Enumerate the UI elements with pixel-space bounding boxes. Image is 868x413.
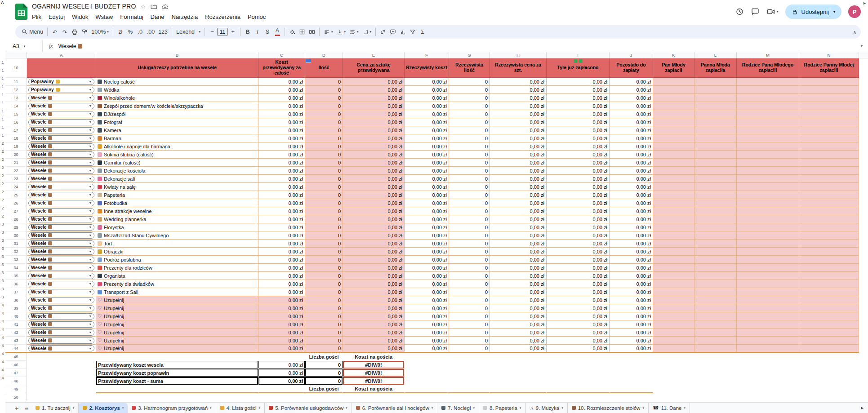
cell-N29[interactable] — [799, 223, 859, 231]
cell-C28[interactable]: 0,00 zł — [258, 215, 305, 223]
cell-K15[interactable] — [653, 110, 694, 118]
cell-D17[interactable]: 0 — [305, 126, 343, 134]
cell-B12[interactable]: Wódka — [96, 86, 258, 94]
cell-E23[interactable]: 0,00 zł — [343, 175, 405, 183]
cell-F16[interactable]: 0,00 zł — [405, 118, 449, 126]
category-dropdown[interactable]: Wesele▼ — [28, 127, 94, 133]
cell-B19[interactable]: Alkohole i napoje dla barmana — [96, 142, 258, 151]
sheet-tab-7[interactable]: 7. Noclegi▾ — [437, 403, 479, 413]
row-header-32[interactable]: 32 — [5, 248, 27, 256]
cell-L15[interactable] — [694, 110, 737, 118]
cell-H26[interactable]: 0,00 zł — [490, 199, 547, 207]
undo-button[interactable]: ↶ — [50, 27, 60, 37]
cell-L16[interactable] — [694, 118, 737, 126]
cell-I17[interactable]: 0,00 zł — [547, 126, 610, 134]
cell-H27[interactable]: 0,00 zł — [490, 207, 547, 215]
cell-J13[interactable]: 0,00 zł — [610, 94, 653, 102]
move-folder-icon[interactable] — [150, 3, 157, 10]
cell-F47[interactable] — [405, 369, 449, 377]
cell-N47[interactable] — [799, 369, 859, 377]
cell-E11[interactable]: 0,00 zł — [343, 78, 405, 86]
category-dropdown[interactable]: Wesele▼ — [28, 265, 94, 271]
cell-M33[interactable] — [737, 256, 799, 264]
row-header-40[interactable]: 40 — [5, 312, 27, 320]
cell-J11[interactable]: 0,00 zł — [610, 78, 653, 86]
row-header-20[interactable]: 20 — [5, 151, 27, 159]
redo-button[interactable]: ↷ — [60, 27, 70, 37]
cell-F44[interactable]: 0,00 zł — [405, 345, 449, 353]
cell-M47[interactable] — [737, 369, 799, 377]
cell-C21[interactable]: 0,00 zł — [258, 159, 305, 167]
cell-J50[interactable] — [610, 393, 653, 401]
cell-H15[interactable]: 0,00 zł — [490, 110, 547, 118]
text-color-button[interactable]: A — [272, 27, 282, 37]
cell-E22[interactable]: 0,00 zł — [343, 167, 405, 175]
row-header-37[interactable]: 37 — [5, 288, 27, 296]
cell-K13[interactable] — [653, 94, 694, 102]
cell-E12[interactable]: 0,00 zł — [343, 86, 405, 94]
cell-B22[interactable]: Dekoracje kościoła — [96, 167, 258, 175]
cell-N31[interactable] — [799, 240, 859, 248]
cell-I18[interactable]: 0,00 zł — [547, 134, 610, 142]
cell-C16[interactable]: 0,00 zł — [258, 118, 305, 126]
font-size-input[interactable]: 11 — [217, 28, 228, 36]
menu-item-5[interactable]: Dane — [147, 13, 168, 21]
strikethrough-button[interactable]: S — [263, 27, 272, 37]
cell-H25[interactable]: 0,00 zł — [490, 191, 547, 199]
cell-L27[interactable] — [694, 207, 737, 215]
category-dropdown[interactable]: Wesele▼ — [28, 103, 94, 109]
cell-H35[interactable]: 0,00 zł — [490, 272, 547, 280]
cell-L37[interactable] — [694, 288, 737, 296]
cell-B44[interactable]: ♡Uzupełnij — [96, 345, 258, 353]
row-header-25[interactable]: 25 — [5, 191, 27, 199]
cell-B26[interactable]: Fotobudka — [96, 199, 258, 207]
cell-N14[interactable] — [799, 102, 859, 110]
cell-N45[interactable] — [799, 353, 859, 361]
cell-D11[interactable]: 0 — [305, 78, 343, 86]
cell-F19[interactable]: 0,00 zł — [405, 142, 449, 151]
cell-C41[interactable]: 0,00 zł — [258, 320, 305, 329]
cell-L13[interactable] — [694, 94, 737, 102]
cell-E30[interactable]: 0,00 zł — [343, 231, 405, 240]
category-dropdown[interactable]: Wesele▼ — [28, 313, 94, 320]
cell-N40[interactable] — [799, 312, 859, 320]
category-dropdown[interactable]: Wesele▼ — [28, 216, 94, 222]
cell-E41[interactable]: 0,00 zł — [343, 320, 405, 329]
cell-I46[interactable] — [547, 361, 610, 369]
cell-H44[interactable]: 0,00 zł — [490, 345, 547, 353]
cell-J45[interactable] — [610, 353, 653, 361]
cell-I49[interactable] — [547, 385, 610, 393]
all-sheets-button[interactable]: ≡ — [22, 404, 31, 412]
cell-F18[interactable]: 0,00 zł — [405, 134, 449, 142]
cell-K12[interactable] — [653, 86, 694, 94]
name-box-dropdown-icon[interactable]: ▾ — [24, 44, 26, 48]
cell-L50[interactable] — [694, 393, 737, 401]
cell-C45[interactable] — [258, 353, 305, 361]
cell-L34[interactable] — [694, 264, 737, 272]
cell-G23[interactable]: 0 — [449, 175, 490, 183]
cell-B14[interactable]: Zespół przed domem/w kościele/skrzypaczk… — [96, 102, 258, 110]
cell-J35[interactable]: 0,00 zł — [610, 272, 653, 280]
row-header-17[interactable]: 17 — [5, 126, 27, 134]
cell-N49[interactable] — [799, 385, 859, 393]
cell-C32[interactable]: 0,00 zł — [258, 248, 305, 256]
cell-C40[interactable]: 0,00 zł — [258, 312, 305, 320]
cell-I36[interactable]: 0,00 zł — [547, 280, 610, 288]
cell-N26[interactable] — [799, 199, 859, 207]
cell-K30[interactable] — [653, 231, 694, 240]
cell-E33[interactable]: 0,00 zł — [343, 256, 405, 264]
cell-C30[interactable]: 0,00 zł — [258, 231, 305, 240]
row-header-15[interactable]: 15 — [5, 110, 27, 118]
column-header-M[interactable]: M — [737, 52, 799, 58]
cell-D24[interactable]: 0 — [305, 183, 343, 191]
cell-G35[interactable]: 0 — [449, 272, 490, 280]
cell-E40[interactable]: 0,00 zł — [343, 312, 405, 320]
menu-item-2[interactable]: Widok — [68, 13, 92, 21]
cell-I20[interactable]: 0,00 zł — [547, 151, 610, 159]
cell-I26[interactable]: 0,00 zł — [547, 199, 610, 207]
cell-G19[interactable]: 0 — [449, 142, 490, 151]
cell-J39[interactable]: 0,00 zł — [610, 304, 653, 312]
category-dropdown[interactable]: Wesele▼ — [28, 135, 94, 142]
cell-N13[interactable] — [799, 94, 859, 102]
row-header-19[interactable]: 19 — [5, 142, 27, 151]
